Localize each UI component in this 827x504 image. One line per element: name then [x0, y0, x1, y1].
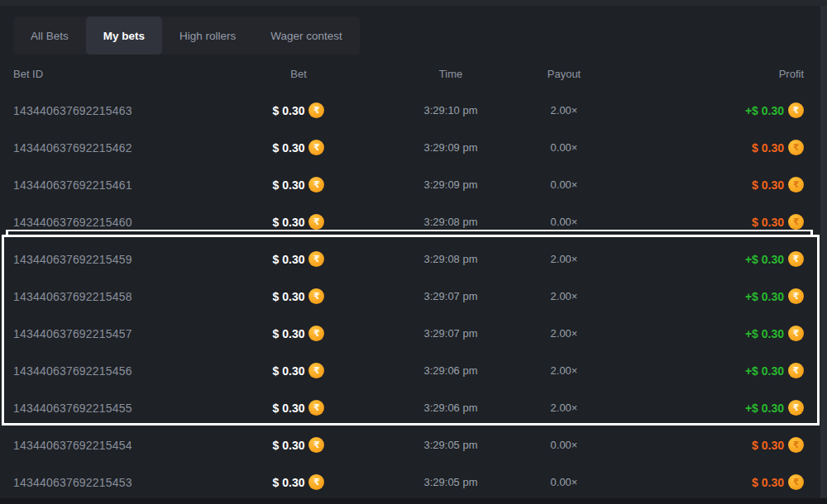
profit-amount: $ 0.30: [752, 141, 784, 155]
column-header-payout: Payout: [541, 68, 587, 80]
profit-amount: $ 0.30: [752, 476, 784, 489]
tab-all-bets[interactable]: All Bets: [13, 17, 86, 55]
bet-amount: $ 0.30: [273, 178, 305, 192]
profit-amount: +$ 0.30: [745, 327, 784, 340]
bet-cell: $ 0.30₹: [237, 102, 361, 118]
rupee-coin-icon: ₹: [788, 437, 804, 453]
profit-amount: +$ 0.30: [745, 364, 784, 378]
rupee-coin-icon: ₹: [788, 251, 804, 267]
table-row[interactable]: 143440637692215454$ 0.30₹3:29:05 pm0.00×…: [0, 426, 827, 464]
bet-id-cell: 143440637692215463: [13, 104, 237, 117]
bet-id-cell: 143440637692215461: [13, 178, 237, 192]
table-row[interactable]: 143440637692215457$ 0.30₹3:29:07 pm2.00×…: [0, 315, 827, 352]
rupee-coin-icon: ₹: [788, 214, 804, 230]
payout-cell: 0.00×: [541, 439, 587, 451]
rupee-coin-icon: ₹: [308, 214, 324, 230]
bets-tabbar: All BetsMy betsHigh rollersWager contest: [13, 17, 360, 55]
table-row[interactable]: 143440637692215463$ 0.30₹3:29:10 pm2.00×…: [0, 92, 827, 129]
bottom-edge-strip: [0, 498, 827, 504]
rupee-coin-icon: ₹: [308, 400, 324, 416]
rupee-coin-icon: ₹: [788, 326, 804, 341]
bet-amount: $ 0.30: [273, 327, 305, 340]
profit-amount: +$ 0.30: [745, 290, 784, 303]
payout-cell: 0.00×: [541, 216, 587, 228]
rupee-coin-icon: ₹: [788, 363, 804, 378]
rupee-coin-icon: ₹: [308, 326, 324, 341]
rupee-coin-icon: ₹: [308, 363, 324, 378]
rupee-coin-icon: ₹: [788, 400, 804, 416]
bet-cell: $ 0.30₹: [237, 177, 361, 193]
profit-cell: +$ 0.30₹: [587, 363, 804, 378]
payout-cell: 2.00×: [541, 327, 587, 340]
payout-cell: 2.00×: [541, 104, 587, 116]
profit-amount: +$ 0.30: [745, 104, 784, 117]
profit-cell: $ 0.30₹: [587, 437, 804, 453]
table-row[interactable]: 143440637692215455$ 0.30₹3:29:06 pm2.00×…: [0, 389, 827, 426]
profit-cell: $ 0.30₹: [587, 177, 804, 193]
bet-amount: $ 0.30: [273, 290, 305, 303]
bet-id-cell: 143440637692215460: [13, 216, 237, 229]
rupee-coin-icon: ₹: [308, 474, 324, 490]
tab-high-rollers[interactable]: High rollers: [162, 17, 253, 55]
rupee-coin-icon: ₹: [308, 288, 324, 304]
bet-id-cell: 143440637692215457: [13, 327, 237, 340]
bet-amount: $ 0.30: [273, 104, 305, 117]
rupee-coin-icon: ₹: [308, 102, 324, 118]
bet-cell: $ 0.30₹: [237, 140, 361, 155]
bet-cell: $ 0.30₹: [237, 437, 361, 453]
bet-cell: $ 0.30₹: [237, 214, 361, 230]
bet-id-cell: 143440637692215453: [13, 476, 237, 489]
rupee-coin-icon: ₹: [788, 288, 804, 304]
top-edge-strip: [0, 0, 827, 6]
table-row[interactable]: 143440637692215458$ 0.30₹3:29:07 pm2.00×…: [0, 278, 827, 315]
bet-amount: $ 0.30: [273, 364, 305, 378]
table-row[interactable]: 143440637692215459$ 0.30₹3:29:08 pm2.00×…: [0, 240, 827, 278]
bet-cell: $ 0.30₹: [237, 474, 361, 490]
profit-cell: +$ 0.30₹: [587, 102, 804, 118]
bet-id-cell: 143440637692215454: [13, 439, 237, 452]
column-header-time: Time: [361, 68, 541, 80]
bet-amount: $ 0.30: [273, 476, 305, 489]
rupee-coin-icon: ₹: [308, 177, 324, 193]
rupee-coin-icon: ₹: [788, 102, 804, 118]
table-rows: 143440637692215463$ 0.30₹3:29:10 pm2.00×…: [0, 92, 827, 501]
profit-amount: $ 0.30: [752, 216, 784, 229]
payout-cell: 0.00×: [541, 141, 587, 154]
bet-cell: $ 0.30₹: [237, 363, 361, 378]
rupee-coin-icon: ₹: [788, 177, 804, 193]
time-cell: 3:29:09 pm: [361, 141, 541, 154]
tab-my-bets[interactable]: My bets: [86, 17, 162, 55]
payout-cell: 2.00×: [541, 402, 587, 414]
bet-amount: $ 0.30: [273, 216, 305, 229]
payout-cell: 0.00×: [541, 178, 587, 191]
table-row[interactable]: 143440637692215453$ 0.30₹3:29:05 pm0.00×…: [0, 464, 827, 501]
table-row[interactable]: 143440637692215461$ 0.30₹3:29:09 pm0.00×…: [0, 166, 827, 203]
time-cell: 3:29:05 pm: [361, 439, 541, 451]
time-cell: 3:29:08 pm: [361, 253, 541, 265]
rupee-coin-icon: ₹: [308, 251, 324, 267]
time-cell: 3:29:07 pm: [361, 327, 541, 340]
time-cell: 3:29:09 pm: [361, 178, 541, 191]
rupee-coin-icon: ₹: [308, 437, 324, 453]
profit-amount: +$ 0.30: [745, 402, 784, 415]
bet-id-cell: 143440637692215459: [13, 253, 237, 266]
rupee-coin-icon: ₹: [788, 474, 804, 490]
table-row[interactable]: 143440637692215460$ 0.30₹3:29:08 pm0.00×…: [0, 203, 827, 240]
scrollbar-track[interactable]: [820, 6, 827, 498]
profit-cell: $ 0.30₹: [587, 214, 804, 230]
time-cell: 3:29:08 pm: [361, 216, 541, 228]
profit-cell: $ 0.30₹: [587, 140, 804, 155]
bet-cell: $ 0.30₹: [237, 251, 361, 267]
profit-cell: +$ 0.30₹: [587, 400, 804, 416]
bet-amount: $ 0.30: [273, 141, 305, 155]
profit-cell: $ 0.30₹: [587, 474, 804, 490]
tab-wager-contest[interactable]: Wager contest: [253, 17, 360, 55]
time-cell: 3:29:07 pm: [361, 290, 541, 302]
time-cell: 3:29:06 pm: [361, 364, 541, 377]
table-row[interactable]: 143440637692215456$ 0.30₹3:29:06 pm2.00×…: [0, 352, 827, 389]
time-cell: 3:29:10 pm: [361, 104, 541, 116]
table-header: Bet ID Bet Time Payout Profit: [0, 66, 827, 81]
bet-id-cell: 143440637692215462: [13, 141, 237, 155]
bet-id-cell: 143440637692215455: [13, 402, 237, 415]
table-row[interactable]: 143440637692215462$ 0.30₹3:29:09 pm0.00×…: [0, 129, 827, 166]
